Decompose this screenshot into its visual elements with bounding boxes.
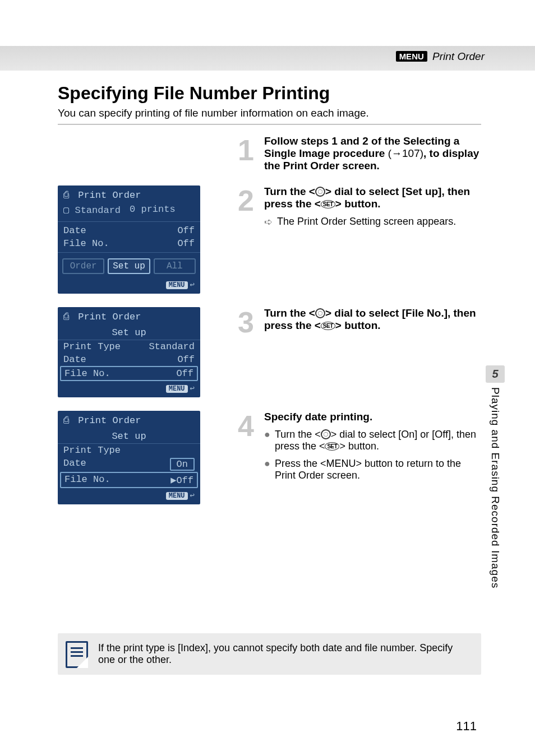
page-content: Specifying File Number Printing You can …: [58, 83, 481, 722]
lcd-screen-setup-on: ⎙ Print Order Set up Print Type DateOn F…: [58, 411, 200, 504]
step-number: 1: [236, 137, 254, 164]
dial-icon: [321, 429, 331, 439]
lcd-screen-print-order: ⎙ Print Order ▢ Standard0 prints DateOff…: [58, 185, 200, 294]
chapter-tab: 5 Playing and Erasing Recorded Images: [486, 365, 505, 588]
set-icon: SET: [321, 322, 335, 330]
result-arrow-icon: ➪: [264, 216, 273, 228]
note-icon: [66, 641, 88, 668]
lcd-button-all[interactable]: All: [154, 258, 196, 274]
step-3: ⎙ Print Order Set up Print TypeStandard …: [58, 307, 481, 397]
step-number: 3: [236, 309, 254, 336]
lcd-button-setup[interactable]: Set up: [108, 258, 150, 274]
lcd-screen-setup: ⎙ Print Order Set up Print TypeStandard …: [58, 307, 200, 397]
menu-badge: MENU: [396, 51, 427, 62]
step-number: 4: [236, 413, 254, 439]
step-result: The Print Order Setting screen appears.: [277, 216, 456, 228]
substep-text: Press the <MENU> button to return to the…: [275, 458, 481, 481]
print-icon: ⎙: [63, 190, 72, 201]
breadcrumb: Print Order: [432, 50, 485, 62]
lcd-button-order[interactable]: Order: [62, 258, 104, 274]
set-icon: SET: [325, 442, 339, 451]
bullet-icon: ●: [264, 458, 270, 481]
step-number: 2: [236, 188, 254, 214]
dial-icon: [315, 308, 325, 318]
bullet-icon: ●: [264, 429, 270, 452]
print-icon: ⎙: [63, 415, 72, 426]
page-title: Specifying File Number Printing: [58, 83, 481, 104]
page-subtitle: You can specify printing of file number …: [58, 107, 481, 119]
print-icon: ⎙: [63, 312, 72, 322]
step-4: ⎙ Print Order Set up Print Type DateOn F…: [58, 411, 481, 504]
page-header: MENU Print Order: [0, 46, 535, 71]
step-1: 1 Follow steps 1 and 2 of the Selecting …: [58, 135, 481, 172]
chapter-title: Playing and Erasing Recorded Images: [489, 387, 501, 588]
page-number: 111: [456, 719, 477, 734]
note-box: If the print type is [Index], you cannot…: [58, 633, 481, 675]
step-2: ⎙ Print Order ▢ Standard0 prints DateOff…: [58, 185, 481, 294]
step-ref: (→107): [388, 147, 423, 159]
set-icon: SET: [321, 200, 335, 208]
dial-icon: [315, 187, 325, 197]
note-text: If the print type is [Index], you cannot…: [98, 642, 453, 665]
divider: [58, 124, 481, 125]
chapter-number: 5: [486, 365, 505, 383]
step-heading: Specify date printing.: [264, 411, 372, 423]
